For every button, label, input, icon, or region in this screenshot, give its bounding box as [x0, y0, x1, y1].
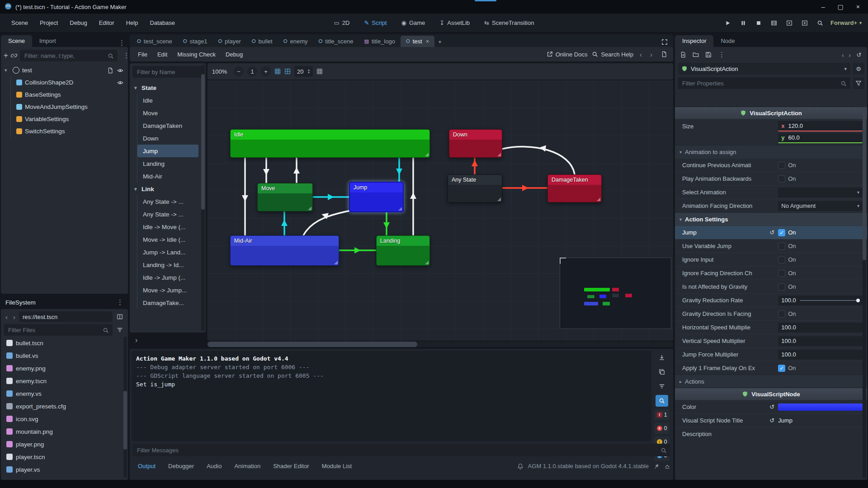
history-back-icon[interactable]: ‹	[4, 313, 9, 321]
errors-badge[interactable]: ×0	[654, 423, 670, 434]
link-item[interactable]: Any State -> ...	[137, 195, 198, 208]
state-item-jump[interactable]: Jump	[137, 145, 198, 157]
file-item[interactable]: enemy.vs	[1, 387, 128, 400]
checkbox[interactable]	[778, 256, 785, 263]
revert-icon[interactable]: ↺	[769, 229, 778, 236]
file-item[interactable]: bullet.vs	[1, 349, 128, 362]
file-filter-input[interactable]	[7, 326, 100, 334]
color-swatch[interactable]	[778, 404, 863, 411]
scene-tab-enemy[interactable]: ⭘enemy	[278, 36, 313, 47]
select-animation-dropdown[interactable]: ▾	[778, 188, 863, 197]
search-log-icon[interactable]	[656, 395, 668, 407]
inspector-forward-icon[interactable]: ›	[847, 51, 853, 59]
expander-icon[interactable]: ▾	[5, 67, 10, 73]
file-item[interactable]: player.tscn	[1, 450, 128, 463]
sort-files-icon[interactable]	[114, 324, 125, 335]
message-filter[interactable]	[132, 444, 670, 456]
tab-audio[interactable]: Audio	[201, 460, 227, 472]
visibility-icon[interactable]	[117, 67, 123, 74]
error-panel-badge[interactable]: !1	[654, 409, 670, 420]
file-item[interactable]: icon.svg	[1, 413, 128, 425]
file-item[interactable]: export_presets.cfg	[1, 400, 128, 413]
value-slider[interactable]	[800, 300, 859, 301]
revert-icon[interactable]: ↺	[769, 404, 778, 410]
new-tab-button[interactable]: +	[434, 37, 445, 47]
tab-animation[interactable]: Animation	[229, 460, 266, 472]
zoom-reset-button[interactable]: 1	[247, 66, 257, 76]
menu-database[interactable]: Database	[145, 17, 180, 29]
menu-project[interactable]: Project	[35, 17, 63, 29]
inspector-scrollbar[interactable]	[863, 107, 866, 478]
add-node-button[interactable]: +	[4, 50, 8, 61]
node-title-value[interactable]: Jump	[778, 417, 793, 424]
link-item[interactable]: Idle -> Jump (...	[137, 271, 198, 284]
property-jump[interactable]: Jump↺ On	[675, 225, 867, 239]
scripts-panel-icon[interactable]	[659, 49, 670, 60]
search-help-button[interactable]: Search Help	[592, 51, 633, 58]
file-item[interactable]: enemy.tscn	[1, 375, 128, 387]
jump-force-field[interactable]: 100.0	[778, 350, 863, 360]
section-animation-to-assign[interactable]: ▾Animation to assign	[675, 145, 867, 158]
filter-log-icon[interactable]	[656, 380, 668, 392]
expand-panel-icon[interactable]	[664, 462, 670, 469]
notification-icon[interactable]	[517, 462, 524, 469]
inspector-back-icon[interactable]: ‹	[840, 51, 846, 59]
scene-tab-title-logo[interactable]: ▨title_logo	[359, 36, 400, 47]
file-filter[interactable]	[4, 324, 113, 336]
scene-tree-item-variablesettings[interactable]: VariableSettings	[11, 113, 128, 125]
filter-funnel-icon[interactable]	[853, 77, 864, 89]
filesystem-scrollbar[interactable]	[123, 337, 127, 478]
scene-tree-item-collisionshape2d[interactable]: CollisionShape2D	[11, 76, 128, 89]
visibility-icon[interactable]	[117, 79, 123, 86]
property-filter[interactable]	[678, 77, 850, 89]
state-item-damagetaken[interactable]: DamageTaken	[137, 119, 198, 132]
file-item[interactable]: player.png	[1, 438, 128, 450]
menu-file[interactable]: File	[133, 49, 152, 60]
history-icon[interactable]: ↺	[854, 49, 864, 60]
minimap-toggle-icon[interactable]	[316, 68, 323, 75]
script-back-icon[interactable]: ‹	[638, 51, 644, 58]
scene-tab-stage1[interactable]: ⭘stage1	[178, 36, 213, 47]
scene-tab-test[interactable]: ⭘test×	[401, 36, 434, 47]
scene-tree-item-basesettings[interactable]: BaseSettings	[11, 89, 128, 101]
state-list-scrollbar[interactable]	[201, 65, 205, 331]
close-tab-icon[interactable]: ×	[426, 38, 429, 45]
horizontal-speed-field[interactable]: 100.0	[778, 323, 863, 333]
checkbox-checked[interactable]	[778, 365, 785, 372]
play-custom-scene-button[interactable]	[800, 18, 810, 28]
menu-scene[interactable]: Scene	[6, 17, 33, 29]
scene-filter[interactable]	[20, 50, 118, 61]
graph-node-idle[interactable]: Idle	[230, 129, 430, 158]
message-filter-input[interactable]	[136, 446, 658, 454]
instance-scene-button[interactable]	[11, 50, 17, 61]
checkbox-checked[interactable]	[778, 229, 785, 236]
play-scene-button[interactable]	[784, 18, 794, 28]
scene-tree-item-moveandjumpsettings[interactable]: MoveAndJumpSettings	[11, 101, 128, 113]
download-log-icon[interactable]	[656, 352, 668, 363]
workspace-2d[interactable]: ▭2D	[329, 17, 355, 29]
graph-node-mid-air[interactable]: Mid-Air	[230, 235, 339, 266]
menu-missing-check[interactable]: Missing Check	[173, 49, 220, 60]
link-item[interactable]: Move -> Idle (...	[137, 233, 198, 246]
zoom-out-button[interactable]: −	[234, 66, 244, 76]
workspace-game[interactable]: ◉Game	[396, 17, 431, 29]
tab-debugger[interactable]: Debugger	[163, 460, 199, 472]
attached-script-icon[interactable]	[107, 67, 113, 74]
graph-hscrollbar[interactable]	[208, 342, 673, 347]
tab-module-list[interactable]: Module List	[316, 460, 357, 472]
grid-snap-icon[interactable]	[284, 68, 291, 75]
menu-edit[interactable]: Edit	[153, 49, 172, 60]
stop-button[interactable]	[754, 18, 764, 28]
minimize-button[interactable]: –	[821, 3, 825, 10]
new-resource-icon[interactable]	[678, 49, 689, 60]
history-forward-icon[interactable]: ›	[11, 313, 17, 321]
pause-button[interactable]	[738, 18, 748, 28]
file-item[interactable]: mountain.png	[1, 425, 128, 438]
tab-output[interactable]: Output	[132, 460, 161, 472]
graph-canvas[interactable]: IdleDownMoveJumpAny StateDamageTakenMid-…	[208, 80, 673, 341]
state-item-landing[interactable]: Landing	[137, 157, 198, 170]
scene-tree-item-switchsettings[interactable]: SwitchSettings	[11, 125, 128, 137]
workspace-scenetransition[interactable]: ⇆SceneTransition	[479, 17, 539, 29]
facing-direction-dropdown[interactable]: No Argument▾	[778, 201, 863, 211]
file-item[interactable]: enemy.png	[1, 362, 128, 375]
